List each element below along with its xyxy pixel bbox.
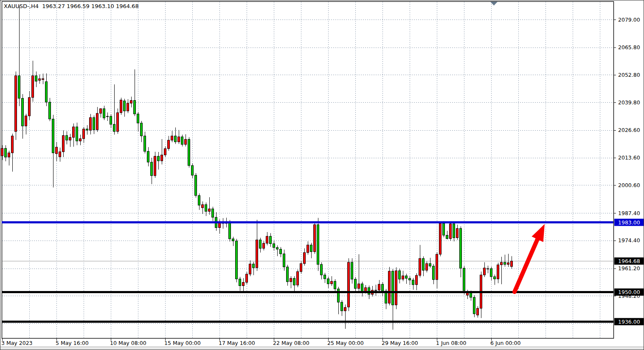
price-axis-label: 2000.60: [618, 182, 640, 188]
time-axis-label: 29 May 16:00: [382, 340, 418, 346]
candle: [120, 98, 122, 115]
candle: [236, 239, 238, 283]
time-axis-label: 22 May 08:00: [273, 340, 309, 346]
plot-area[interactable]: [2, 2, 613, 338]
candle: [395, 267, 397, 309]
candle: [463, 266, 465, 294]
candle: [314, 222, 316, 254]
time-axis-label: 1 Jun 08:00: [436, 340, 467, 346]
candle: [188, 137, 190, 168]
candle: [195, 173, 197, 198]
candle: [443, 221, 445, 238]
mt4-chart-window: XAUUSD-,H4 1963.27 1966.59 1963.10 1964.…: [0, 0, 644, 350]
time-axis-label: 5 May 16:00: [56, 340, 89, 346]
time-axis-label: 15 May 00:00: [164, 340, 201, 346]
price-axis-label: 1961.20: [618, 265, 640, 272]
time-axis-label: 10 May 08:00: [110, 340, 146, 346]
time-axis-label: 6 Jun 00:00: [490, 340, 521, 346]
time-axis-label: 3 May 2023: [1, 340, 33, 346]
price-tag-resistance: 1983.00: [614, 219, 644, 226]
price-axis-label: 2052.80: [618, 72, 640, 78]
price-tag-current: 1964.68: [614, 258, 644, 265]
footer-strip: [0, 347, 644, 350]
price-tag-support-1950: 1950.00: [614, 288, 644, 296]
chart-canvas[interactable]: 2079.002065.802052.802039.802026.602013.…: [0, 0, 644, 350]
candle: [473, 295, 475, 317]
price-axis-label: 1974.40: [618, 237, 640, 244]
price-tag-support-1936: 1936.00: [614, 318, 644, 325]
candle: [439, 222, 442, 257]
chart-title: XAUUSD-,H4 1963.27 1966.59 1963.10 1964.…: [4, 3, 139, 9]
price-axis-label: 2013.60: [618, 154, 640, 161]
price-axis-label: 2065.80: [618, 44, 640, 50]
time-axis-label: 17 May 16:00: [219, 340, 255, 346]
price-tag-label: 1950.00: [618, 289, 640, 295]
price-tag-label: 1964.68: [618, 258, 640, 264]
price-axis-label: 2026.60: [618, 127, 640, 133]
time-axis-label: 25 May 00:00: [327, 340, 364, 346]
candle: [388, 267, 391, 305]
candle: [348, 258, 350, 311]
candle: [297, 269, 299, 287]
price-tag-label: 1983.00: [618, 219, 640, 226]
price-axis-label: 2039.80: [618, 99, 640, 106]
candle: [450, 221, 452, 241]
candle: [15, 72, 17, 140]
candle: [317, 218, 319, 271]
price-tag-label: 1936.00: [618, 319, 640, 325]
price-axis-label: 1987.40: [618, 210, 640, 216]
price-axis-label: 2079.00: [618, 17, 640, 23]
